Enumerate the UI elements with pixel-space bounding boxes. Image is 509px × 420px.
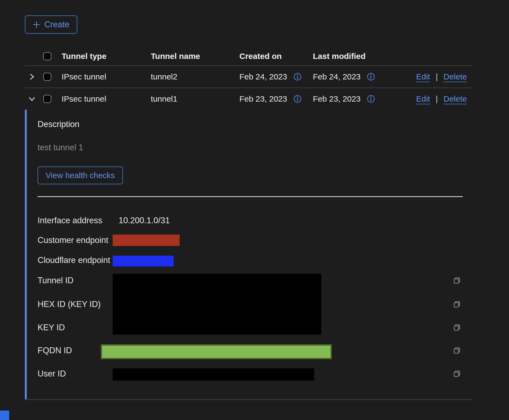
field-label-customer-endpoint: Customer endpoint [38, 236, 108, 245]
info-icon[interactable] [367, 95, 375, 103]
field-label-fqdn-id: FQDN ID [38, 346, 72, 355]
view-health-checks-button[interactable]: View health checks [38, 166, 123, 184]
actions-separator: | [436, 72, 438, 81]
collapse-chevron-down-icon[interactable] [27, 94, 37, 104]
tunnel-type-cell: IPsec tunnel [62, 72, 106, 81]
create-button-label: Create [44, 20, 69, 29]
expanded-tunnel-panel: Description test tunnel 1 View health ch… [25, 110, 472, 399]
field-label-tunnel-id: Tunnel ID [38, 276, 73, 285]
tunnel-type-cell: IPsec tunnel [62, 94, 106, 104]
redacted-value-customer-endpoint [113, 235, 180, 246]
header-tunnel-name: Tunnel name [151, 52, 200, 61]
row-checkbox[interactable] [43, 73, 51, 81]
info-icon[interactable] [293, 72, 302, 81]
created-on-cell: Feb 24, 2023 [239, 72, 302, 81]
tunnels-page: Create Tunnel type Tunnel name Created o… [0, 0, 509, 420]
redacted-value-fqdn-id [101, 344, 332, 359]
header-tunnel-type: Tunnel type [62, 52, 106, 61]
field-label-hex-id: HEX ID (KEY ID) [38, 300, 101, 309]
field-label-interface-address: Interface address [38, 216, 102, 225]
panel-bottom-divider [25, 399, 472, 400]
field-label-key-id: KEY ID [38, 323, 65, 332]
create-button[interactable]: Create [25, 15, 77, 34]
redacted-value-user-id [113, 368, 314, 381]
edit-link[interactable]: Edit [416, 72, 430, 81]
select-all-checkbox[interactable] [43, 52, 51, 60]
modified-date: Feb 23, 2023 [313, 94, 361, 104]
field-label-cloudflare-endpoint: Cloudflare endpoint [38, 256, 110, 265]
modified-date: Feb 24, 2023 [313, 72, 361, 81]
created-date: Feb 24, 2023 [239, 72, 287, 81]
actions-separator: | [436, 94, 438, 104]
copy-icon[interactable] [453, 323, 461, 332]
redacted-value-cloudflare-endpoint [113, 256, 174, 266]
description-label: Description [38, 119, 79, 129]
header-last-modified: Last modified [313, 52, 366, 61]
field-label-user-id: User ID [38, 369, 66, 378]
copy-icon[interactable] [453, 346, 461, 355]
created-on-cell: Feb 23, 2023 [239, 94, 302, 104]
tunnel-name-cell: tunnel1 [151, 94, 177, 104]
delete-link[interactable]: Delete [444, 94, 467, 104]
plus-icon [33, 21, 40, 28]
chat-widget-fragment[interactable] [0, 411, 9, 420]
last-modified-cell: Feb 24, 2023 [313, 72, 375, 81]
info-icon[interactable] [367, 72, 375, 81]
copy-icon[interactable] [453, 300, 461, 309]
table-row: IPsec tunnel tunnel2 Feb 24, 2023 Feb 24… [25, 66, 472, 88]
field-value-interface-address: 10.200.1.0/31 [119, 216, 170, 225]
last-modified-cell: Feb 23, 2023 [313, 94, 375, 104]
delete-link[interactable]: Delete [444, 72, 467, 81]
redacted-value-ids-block [113, 274, 321, 335]
row-actions: Edit | Delete [416, 72, 467, 81]
table-header-row: Tunnel type Tunnel name Created on Last … [25, 47, 472, 66]
section-divider [38, 196, 463, 197]
edit-link[interactable]: Edit [416, 94, 430, 104]
header-created-on: Created on [239, 52, 282, 61]
info-icon[interactable] [293, 95, 302, 103]
copy-icon[interactable] [453, 276, 461, 285]
table-row: IPsec tunnel tunnel1 Feb 23, 2023 Feb 23… [25, 88, 472, 110]
expand-chevron-right-icon[interactable] [27, 72, 37, 82]
tunnel-name-cell: tunnel2 [151, 72, 177, 81]
row-checkbox[interactable] [43, 95, 51, 103]
created-date: Feb 23, 2023 [239, 94, 287, 104]
copy-icon[interactable] [453, 369, 461, 378]
description-value: test tunnel 1 [38, 143, 83, 152]
row-actions: Edit | Delete [416, 94, 467, 104]
